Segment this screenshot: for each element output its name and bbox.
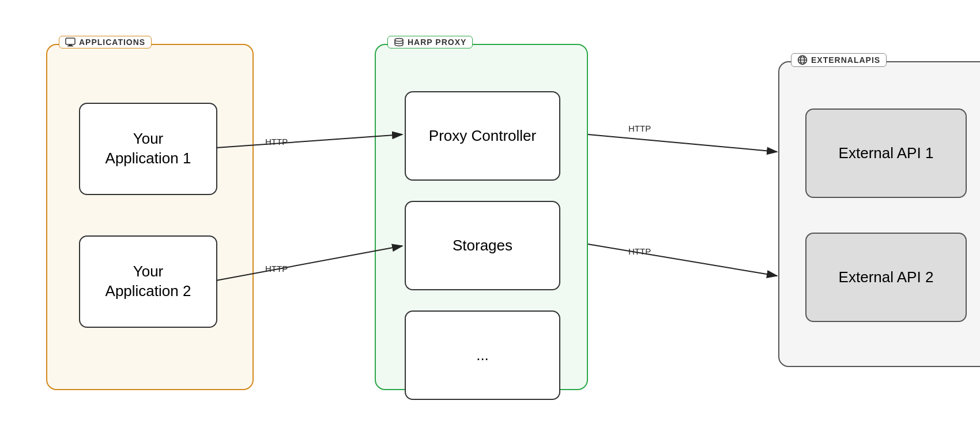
etc-box: ... <box>405 310 560 400</box>
arrow-proxy-ext1 <box>588 134 777 152</box>
storages-box: Storages <box>405 201 560 290</box>
external-api-2-label: External API 2 <box>839 268 934 287</box>
architecture-diagram: APPLICATIONS Your Application 1 Your App… <box>29 15 951 419</box>
storages-label: Storages <box>453 236 512 256</box>
etc-label: ... <box>476 346 489 365</box>
monitor-icon <box>65 38 76 47</box>
arrow-proxy-ext2 <box>588 244 777 276</box>
external-apis-label: EXTERNALAPIS <box>791 53 887 67</box>
svg-rect-0 <box>66 38 75 44</box>
app2-label: Your Application 2 <box>105 262 191 301</box>
svg-rect-2 <box>67 46 73 47</box>
proxy-controller-label: Proxy Controller <box>429 126 536 146</box>
applications-section-title: APPLICATIONS <box>79 38 145 47</box>
external-api-1-label: External API 1 <box>839 144 934 163</box>
http-label-4: HTTP <box>628 246 651 256</box>
external-apis-section: EXTERNALAPIS External API 1 External API… <box>778 61 980 367</box>
applications-section: APPLICATIONS Your Application 1 Your App… <box>46 44 254 390</box>
proxy-controller-box: Proxy Controller <box>405 91 560 181</box>
harp-proxy-label: HARP PROXY <box>387 36 473 48</box>
external-api-1-box: External API 1 <box>805 108 967 198</box>
external-api-2-box: External API 2 <box>805 233 967 322</box>
db-icon <box>394 38 404 47</box>
external-apis-section-title: EXTERNALAPIS <box>811 55 880 65</box>
http-label-1: HTTP <box>265 137 288 147</box>
app-box-2: Your Application 2 <box>79 235 217 328</box>
svg-rect-1 <box>69 44 72 46</box>
globe-icon <box>797 55 808 65</box>
applications-label: APPLICATIONS <box>59 36 152 48</box>
harp-proxy-section: HARP PROXY Proxy Controller Storages ... <box>375 44 588 390</box>
app1-label: Your Application 1 <box>105 129 191 169</box>
svg-point-3 <box>395 39 403 42</box>
app-box-1: Your Application 1 <box>79 103 217 195</box>
http-label-2: HTTP <box>265 264 288 274</box>
harp-proxy-section-title: HARP PROXY <box>408 38 466 47</box>
http-label-3: HTTP <box>628 124 651 133</box>
